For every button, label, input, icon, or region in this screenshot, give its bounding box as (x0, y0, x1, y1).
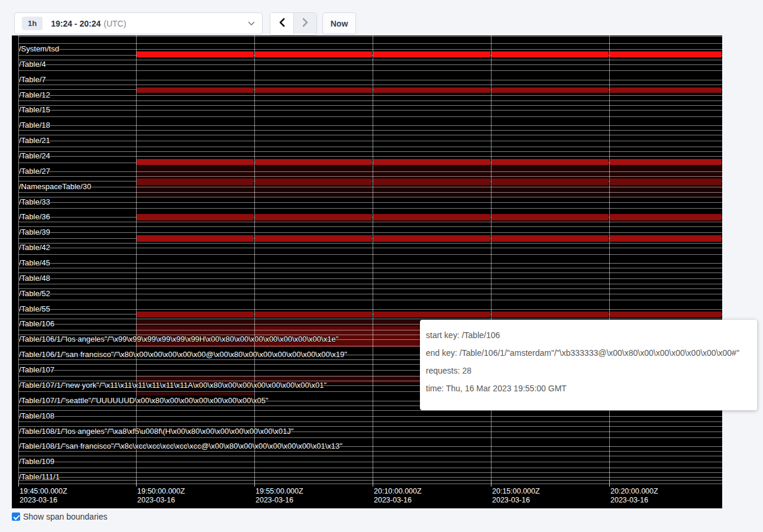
axis-time-label: 20:20:00.000Z (610, 487, 658, 495)
tooltip-start-key: start key: /Table/106 (426, 330, 751, 340)
heat-band[interactable] (137, 87, 254, 93)
key-visualizer-heatmap[interactable]: /System/tsd/Table/4/Table/7/Table/12/Tab… (12, 35, 722, 508)
heat-band[interactable] (255, 235, 372, 242)
heat-band[interactable] (492, 87, 609, 93)
heat-band[interactable] (255, 312, 372, 317)
span-boundary-line (18, 410, 722, 411)
span-label: /Table/24 (19, 151, 50, 161)
heat-band[interactable] (255, 159, 372, 165)
heat-band[interactable] (255, 214, 372, 220)
heat-band[interactable] (255, 51, 372, 57)
heat-band[interactable] (610, 159, 722, 165)
span-label: /Table/27 (19, 167, 50, 176)
heat-band[interactable] (492, 179, 609, 185)
span-boundary-line (18, 95, 722, 96)
heat-band[interactable] (610, 214, 722, 220)
span-boundary-line (18, 64, 722, 65)
axis-date-label: 2023-03-16 (256, 496, 293, 504)
heat-band[interactable] (610, 87, 722, 93)
heat-band[interactable] (492, 214, 609, 220)
span-label: /Table/107 (19, 365, 54, 375)
heat-band[interactable] (373, 159, 490, 165)
heat-band[interactable] (610, 179, 722, 185)
span-boundary-line (18, 222, 722, 222)
heat-band[interactable] (137, 179, 254, 185)
time-bucket-line (254, 35, 255, 480)
time-bucket-line (609, 35, 610, 480)
span-label: /Table/36 (19, 212, 50, 222)
span-label: /Table/106 (19, 319, 54, 329)
span-boundary-line (18, 85, 722, 85)
span-boundary-line (18, 187, 722, 187)
heat-band[interactable] (492, 312, 609, 317)
time-range-dropdown[interactable]: 1h 19:24 - 20:24 (UTC) (14, 12, 263, 34)
span-boundary-line (18, 477, 722, 478)
span-label: /Table/108/1/"san francisco"/"\x8c\xcc\x… (19, 442, 342, 451)
heat-band[interactable] (137, 159, 254, 165)
heat-band[interactable] (137, 312, 254, 317)
axis-tick (609, 480, 610, 486)
span-boundary-line (18, 36, 722, 37)
span-boundary-line (18, 208, 722, 209)
span-boundary-line (18, 232, 722, 233)
show-span-boundaries-checkbox[interactable] (12, 512, 20, 521)
heat-band[interactable] (373, 214, 490, 220)
span-boundary-line (18, 116, 722, 117)
time-nav-buttons (270, 12, 317, 35)
span-label: /Table/106/1/"san francisco"/"\x80\x00\x… (19, 350, 347, 359)
span-boundary-line (18, 60, 722, 60)
heat-band[interactable] (610, 235, 722, 242)
span-label: /Table/111/1 (19, 472, 60, 482)
axis-date-label: 2023-03-16 (610, 496, 648, 504)
now-button[interactable]: Now (322, 12, 356, 34)
axis-date-label: 2023-03-16 (20, 496, 57, 504)
heat-band[interactable] (137, 214, 254, 220)
span-boundary-line (18, 416, 722, 417)
span-boundary-line (18, 130, 722, 131)
heat-band[interactable] (492, 159, 609, 165)
heat-band[interactable] (610, 51, 722, 57)
span-boundary-line (18, 100, 722, 101)
axis-tick (373, 480, 373, 486)
heat-band[interactable] (136, 392, 254, 395)
span-boundary-line (18, 319, 722, 319)
span-label: /Table/52 (19, 289, 50, 299)
footer: Show span boundaries (12, 512, 107, 521)
prev-window-button[interactable] (270, 13, 293, 34)
span-boundary-line (18, 105, 722, 106)
time-bucket-line (373, 35, 373, 480)
heat-band[interactable] (373, 312, 490, 317)
span-boundary-line (18, 80, 722, 80)
heat-band[interactable] (255, 179, 372, 185)
span-label: /System/tsd (19, 44, 59, 54)
heat-band[interactable] (137, 235, 254, 242)
heat-band[interactable] (492, 51, 609, 57)
next-window-button[interactable] (293, 13, 316, 34)
tooltip-end-key: end key: /Table/106/1/"amsterdam"/"\xb33… (426, 348, 751, 358)
span-boundary-line (18, 171, 722, 172)
span-boundary-line (18, 294, 722, 294)
span-boundary-line (18, 451, 722, 452)
span-boundary-line (18, 268, 722, 268)
heat-band[interactable] (373, 51, 490, 57)
span-boundary-line (18, 243, 722, 244)
heat-band[interactable] (373, 87, 490, 93)
heat-band[interactable] (373, 179, 490, 185)
span-boundary-line (18, 70, 722, 71)
span-label: /Table/108 (19, 411, 54, 421)
heat-band[interactable] (255, 87, 372, 93)
axis-tick (136, 480, 137, 486)
span-boundary-line (18, 49, 722, 50)
span-label: /Table/106/1/"los angeles"/"\x99\x99\x99… (19, 335, 338, 344)
heat-band[interactable] (137, 51, 254, 57)
heat-band[interactable] (492, 235, 609, 242)
axis-date-label: 2023-03-16 (492, 496, 530, 504)
heat-band[interactable] (610, 312, 722, 317)
span-label: /Table/18 (19, 121, 50, 130)
heat-band[interactable] (373, 235, 490, 242)
span-label: /Table/107/1/"new york"/"\x11\x11\x11\x1… (19, 381, 326, 390)
span-boundary-line (18, 456, 722, 456)
span-boundary-line (18, 135, 722, 135)
span-boundary-line (18, 472, 722, 473)
span-boundary-line (18, 248, 722, 248)
